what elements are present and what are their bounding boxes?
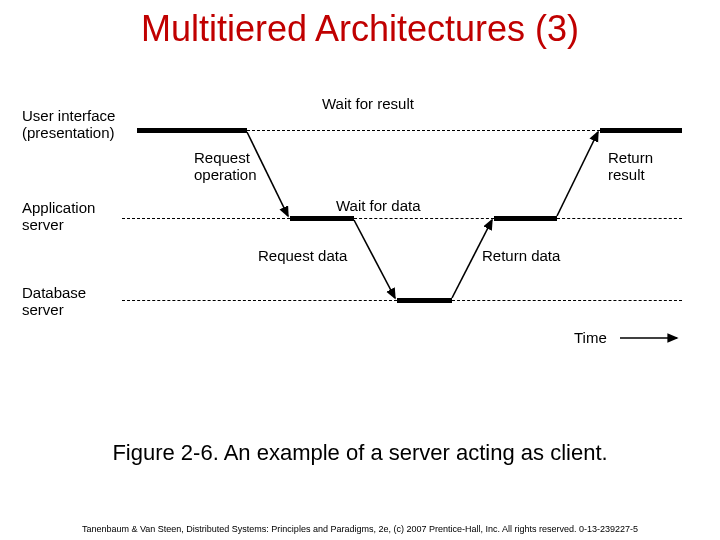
label-return-result-l2: result [608, 166, 645, 183]
svg-line-3 [557, 132, 598, 216]
footer-credit: Tanenbaum & Van Steen, Distributed Syste… [0, 524, 720, 534]
sequence-diagram: User interface (presentation) Applicatio… [22, 90, 694, 380]
label-request-op-l2: operation [194, 166, 257, 183]
label-wait-result: Wait for result [322, 96, 414, 113]
svg-line-1 [354, 220, 395, 298]
label-return-result: Return result [608, 150, 653, 183]
figure-caption: Figure 2-6. An example of a server actin… [0, 440, 720, 466]
label-wait-data: Wait for data [336, 198, 420, 215]
label-return-data: Return data [482, 248, 560, 265]
page-title: Multitiered Architectures (3) [0, 8, 720, 50]
label-return-result-l1: Return [608, 149, 653, 166]
label-time: Time [574, 330, 607, 347]
label-request-op: Request operation [194, 150, 257, 183]
label-request-data: Request data [258, 248, 347, 265]
label-request-op-l1: Request [194, 149, 250, 166]
